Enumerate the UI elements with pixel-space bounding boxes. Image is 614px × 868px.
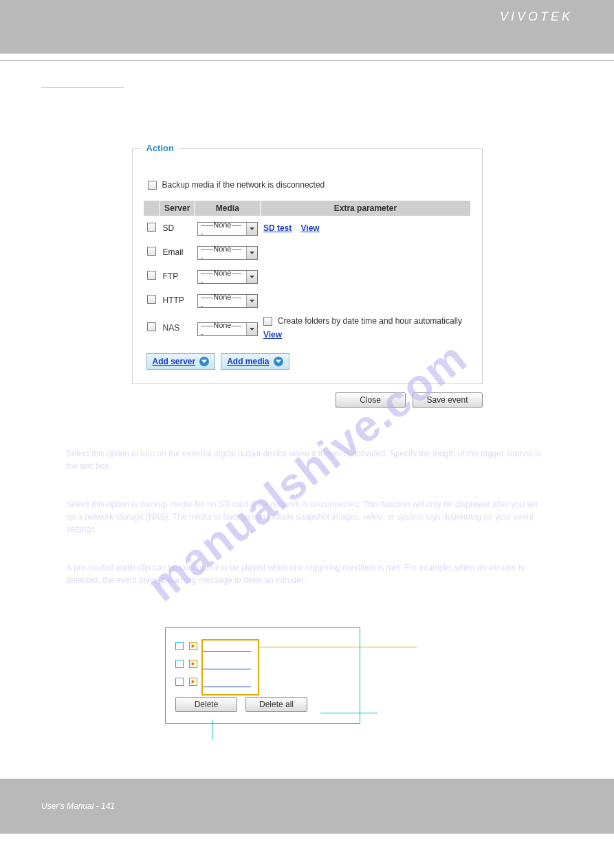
- ftp-checkbox[interactable]: [147, 271, 156, 280]
- http-server-label: HTTP: [160, 288, 195, 312]
- top-banner: VIVOTEK: [0, 0, 614, 54]
- nas-checkbox[interactable]: [147, 322, 156, 331]
- backup-body: Select this option to backup media file …: [67, 498, 548, 535]
- list-item: 20190305: [175, 641, 350, 652]
- recording-link[interactable]: 20190305: [203, 641, 251, 652]
- list-item: 20190306: [175, 658, 350, 669]
- add-media-button[interactable]: Add media: [221, 353, 289, 370]
- sd-checkbox[interactable]: [147, 223, 156, 232]
- chevron-down-icon: [246, 271, 257, 283]
- delete-all-button[interactable]: Delete all: [245, 697, 307, 712]
- http-media-select[interactable]: -----None-----: [197, 294, 258, 308]
- arrow-right-icon: [189, 642, 197, 650]
- page-content: manualshive.com 3. Action Define the act…: [0, 61, 614, 751]
- backup-heading: ■ Backup media if the network is disconn…: [67, 479, 548, 491]
- save-event-button[interactable]: Save event: [413, 392, 483, 408]
- recording-checkbox[interactable]: [175, 660, 184, 668]
- callout-label-deleteall: Click to delete all recordings: [381, 707, 476, 715]
- section-title: 3. Action: [41, 75, 124, 88]
- add-server-button[interactable]: Add server: [146, 353, 216, 370]
- close-button[interactable]: Close: [336, 392, 406, 408]
- email-server-label: Email: [160, 240, 195, 264]
- sd-view-link[interactable]: View: [301, 223, 320, 233]
- recording-checkbox[interactable]: [175, 678, 184, 686]
- brand-logo: VIVOTEK: [500, 10, 573, 23]
- play-body: A pre-loaded audio clip can be configure…: [67, 561, 548, 586]
- table-row: FTP -----None-----: [144, 264, 471, 288]
- bottom-banner: User's Manual - 141: [0, 779, 614, 834]
- table-row: HTTP -----None-----: [144, 288, 471, 312]
- table-row: SD -----None----- SD test View: [144, 216, 471, 240]
- email-checkbox[interactable]: [147, 247, 156, 256]
- callout-line: [212, 720, 212, 740]
- sd-media-select[interactable]: -----None-----: [197, 222, 258, 236]
- sd-server-label: SD: [160, 216, 195, 240]
- chevron-down-icon: [246, 323, 257, 335]
- nas-autofolder-checkbox[interactable]: [263, 317, 272, 326]
- trigger-uo-body: Select this option to turn on the extern…: [67, 447, 548, 472]
- chevron-down-icon: [199, 357, 209, 366]
- ftp-server-label: FTP: [160, 264, 195, 288]
- nas-media-select[interactable]: -----None-----: [197, 322, 258, 336]
- sd-test-link[interactable]: SD test: [263, 223, 292, 233]
- email-media-select[interactable]: -----None-----: [197, 246, 258, 260]
- callout-line: [259, 647, 417, 647]
- backup-checkbox[interactable]: [148, 181, 157, 190]
- recordings-panel: 20190305 20190306 20190307 Delete Delete…: [165, 627, 360, 724]
- chevron-down-icon: [274, 357, 283, 366]
- http-checkbox[interactable]: [147, 295, 156, 304]
- col-server: Server: [160, 201, 195, 216]
- col-media: Media: [195, 201, 261, 216]
- recording-checkbox[interactable]: [175, 642, 184, 650]
- footer-left: User's Manual - 141: [41, 801, 115, 811]
- ftp-media-select[interactable]: -----None-----: [197, 270, 258, 284]
- chevron-down-icon: [246, 247, 257, 259]
- action-legend: Action: [142, 143, 178, 153]
- chevron-down-icon: [246, 223, 257, 235]
- nas-server-label: NAS: [160, 312, 195, 344]
- chevron-down-icon: [246, 295, 257, 307]
- play-heading: ■ Play audio clip:: [67, 542, 548, 555]
- action-table: Server Media Extra parameter SD -----Non…: [144, 201, 471, 344]
- intro-text: Define the actions to be performed by th…: [41, 95, 573, 107]
- nas-view-link[interactable]: View: [263, 330, 468, 340]
- recording-link[interactable]: 20190306: [203, 658, 251, 669]
- nas-autofolder-label: Create folders by date time and hour aut…: [278, 316, 462, 326]
- col-blank: [144, 201, 160, 216]
- action-panel: Action Backup media if the network is di…: [132, 148, 483, 384]
- arrow-right-icon: [189, 660, 197, 668]
- table-row: NAS -----None----- Create folders by dat…: [144, 312, 471, 344]
- delete-button[interactable]: Delete: [175, 697, 237, 712]
- list-item: 20190307: [175, 676, 350, 687]
- table-row: Email -----None-----: [144, 240, 471, 264]
- recording-link[interactable]: 20190307: [203, 676, 251, 687]
- col-extra: Extra parameter: [261, 201, 470, 216]
- callout-line: [320, 713, 378, 713]
- callout-label-links: Click to open recording details: [419, 641, 520, 649]
- backup-label: Backup media if the network is disconnec…: [162, 180, 325, 190]
- trigger-uo-heading: ■ Trigger digital output for ~ seconds: [67, 428, 548, 441]
- arrow-right-icon: [189, 678, 197, 686]
- callout-label-delete: Click to delete selected items: [169, 743, 320, 751]
